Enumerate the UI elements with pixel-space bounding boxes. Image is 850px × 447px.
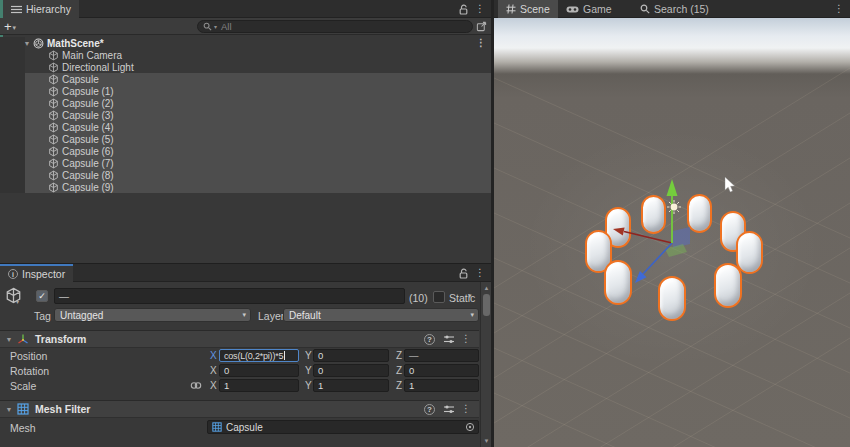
axis-y-label[interactable]: Y (305, 350, 312, 361)
transform-kebab-icon[interactable]: ⋮ (461, 332, 471, 346)
axis-z-label[interactable]: Z (396, 365, 402, 376)
mesh-filter-kebab-icon[interactable]: ⋮ (461, 402, 471, 416)
hierarchy-row-selected[interactable]: Capsule (0, 73, 491, 85)
axis-z-label[interactable]: Z (396, 350, 402, 361)
hierarchy-row-selected[interactable]: Capsule (4) (0, 121, 491, 133)
inspector-tabbar: i Inspector ⋮ (0, 264, 491, 282)
axis-y-label[interactable]: Y (305, 380, 312, 391)
hierarchy-menu-kebab-icon[interactable]: ⋮ (473, 2, 487, 16)
search-placeholder: All (221, 21, 232, 32)
gameobject-cube-icon (47, 181, 59, 193)
help-icon[interactable]: ? (424, 404, 435, 415)
scene-viewport[interactable] (494, 18, 850, 447)
tab-search[interactable]: Search (15) (632, 0, 717, 18)
lock-icon[interactable] (457, 266, 471, 280)
help-icon[interactable]: ? (424, 334, 435, 345)
lock-icon[interactable] (457, 2, 471, 16)
axis-x-label[interactable]: X (210, 380, 217, 391)
gizmo-axis-x[interactable] (613, 228, 672, 243)
position-y-value: 0 (318, 350, 323, 361)
position-y-field[interactable]: 0 (313, 349, 389, 362)
hierarchy-row-selected[interactable]: Capsule (2) (0, 97, 491, 109)
scene-grid-icon (506, 4, 516, 14)
layer-dropdown[interactable]: Default ▾ (283, 308, 479, 322)
gizmo-axis-z[interactable] (635, 243, 672, 283)
tab-game[interactable]: Game (558, 0, 620, 18)
mesh-filter-header[interactable]: ▼ Mesh Filter ? ⋮ (0, 400, 479, 418)
mesh-icon (212, 422, 222, 432)
object-picker-icon[interactable] (465, 422, 475, 432)
search-tab-label: Search (15) (654, 3, 709, 15)
tab-scene[interactable]: Scene (498, 0, 558, 18)
scale-y-field[interactable]: 1 (313, 379, 389, 392)
foldout-open-icon[interactable]: ▼ (4, 336, 14, 343)
transform-title: Transform (35, 333, 86, 345)
hierarchy-row[interactable]: Main Camera (0, 49, 491, 61)
hamburger-icon (11, 5, 22, 14)
gameobject-cube-icon (47, 157, 59, 169)
tab-inspector[interactable]: i Inspector (0, 264, 73, 282)
hierarchy-row-selected[interactable]: Capsule (8) (0, 169, 491, 181)
hierarchy-row-selected[interactable]: Capsule (5) (0, 133, 491, 145)
tag-dropdown[interactable]: Untagged ▾ (54, 308, 251, 322)
scale-label: Scale (10, 380, 36, 392)
chevron-down-icon: ▾ (242, 311, 246, 319)
scene-picker-icon[interactable] (474, 20, 488, 33)
static-checkbox[interactable] (433, 291, 445, 303)
scale-z-field[interactable]: 1 (404, 379, 479, 392)
gameobject-cube-icon (47, 109, 59, 121)
rotation-y-field[interactable]: 0 (313, 364, 389, 377)
link-scale-icon[interactable] (190, 380, 202, 391)
tab-hierarchy[interactable]: Hierarchy (3, 0, 79, 18)
move-gizmo (494, 18, 850, 447)
hierarchy-item-label: Capsule (62, 74, 99, 85)
hierarchy-rows: ▼ MathScene* ⋮ Main Camera Directional L… (0, 37, 491, 193)
mesh-filter-icon (17, 403, 29, 415)
position-x-field[interactable]: cos(L(0,2*pi))*5 (219, 349, 299, 362)
static-flags-caret-icon[interactable]: ▾ (468, 292, 472, 300)
hierarchy-search-input[interactable]: ▾ All (197, 20, 473, 33)
hierarchy-tabbar: Hierarchy ⋮ (0, 0, 491, 18)
hierarchy-row-selected[interactable]: Capsule (9) (0, 181, 491, 193)
presets-icon[interactable] (443, 403, 455, 415)
inspector-panel: i Inspector ⋮ ▾ ✓ — (10) Static ▾ Tag (0, 264, 491, 447)
inspector-menu-kebab-icon[interactable]: ⋮ (473, 266, 487, 280)
axis-y-label[interactable]: Y (305, 365, 312, 376)
hierarchy-row[interactable]: Directional Light (0, 61, 491, 73)
position-label: Position (10, 350, 47, 362)
foldout-open-icon[interactable]: ▼ (4, 406, 14, 413)
presets-icon[interactable] (443, 333, 455, 345)
hierarchy-item-label: Capsule (8) (62, 170, 114, 181)
rotation-x-field[interactable]: 0 (219, 364, 299, 377)
hierarchy-row-selected[interactable]: Capsule (7) (0, 157, 491, 169)
hierarchy-row-selected[interactable]: Capsule (6) (0, 145, 491, 157)
scene-row-kebab-icon[interactable]: ⋮ (476, 36, 486, 50)
hierarchy-toolbar: + ▾ ▾ All (0, 18, 491, 35)
axis-z-label[interactable]: Z (396, 380, 402, 391)
hierarchy-row-selected[interactable]: Capsule (3) (0, 109, 491, 121)
search-filter-caret-icon: ▾ (214, 23, 217, 30)
position-z-field[interactable]: — (404, 349, 479, 362)
plus-icon: + (4, 19, 12, 34)
hierarchy-row-selected[interactable]: Capsule (1) (0, 85, 491, 97)
axis-x-label[interactable]: X (210, 350, 217, 361)
gameobject-cube-icon (47, 73, 59, 85)
gameobject-name-field[interactable]: — (54, 288, 405, 304)
hierarchy-row-scene[interactable]: ▼ MathScene* ⋮ (0, 37, 491, 49)
scene-menu-kebab-icon[interactable]: ⋮ (832, 2, 846, 16)
mesh-object-field[interactable]: Capsule (207, 420, 479, 434)
axis-x-label[interactable]: X (210, 365, 217, 376)
create-object-button[interactable]: + ▾ (4, 19, 16, 34)
inspector-scrollbar[interactable]: ▲ ▼ (480, 282, 491, 447)
gameobject-cube-icon (47, 121, 59, 133)
scale-x-field[interactable]: 1 (219, 379, 299, 392)
rotation-z-field[interactable]: 0 (404, 364, 479, 377)
transform-header[interactable]: ▼ Transform ? ⋮ (0, 330, 479, 348)
hierarchy-item-label: Capsule (7) (62, 158, 114, 169)
text-cursor (284, 351, 285, 360)
foldout-open-icon[interactable]: ▼ (22, 40, 32, 47)
gameobject-icon[interactable]: ▾ (5, 287, 22, 304)
scrollbar-thumb[interactable] (483, 294, 490, 316)
active-checkbox[interactable]: ✓ (36, 290, 48, 302)
light-gizmo-icon[interactable] (667, 200, 681, 214)
